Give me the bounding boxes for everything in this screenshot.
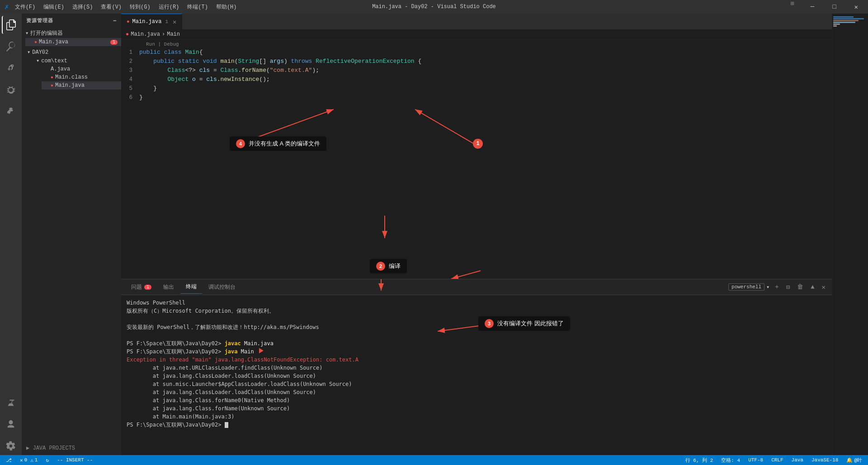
error-count: 0 (24, 457, 28, 463)
terminal[interactable]: Windows PowerShell 版权所有（C）Microsoft Corp… (121, 295, 832, 455)
search-icon[interactable] (2, 38, 20, 56)
status-line-ending[interactable]: CRLF (770, 457, 784, 463)
minimap (832, 14, 868, 455)
window-controls: ⊞ ─ □ ✕ (787, 0, 863, 14)
status-line-col[interactable]: 行 6, 列 2 (684, 457, 715, 464)
panel-tab-actions: powershell ▾ + ⊟ 🗑 ▲ ✕ (728, 282, 827, 293)
day02-section: ▾ DAY02 ▾ com\text A.java ● Main.class (22, 47, 121, 90)
source-control-icon[interactable] (2, 59, 20, 77)
menu-edit[interactable]: 编辑(E) (41, 3, 66, 11)
problems-badge: 1 (144, 285, 151, 290)
open-editors-list: ● Main.java 1 (22, 38, 121, 46)
annotation-text-2: 编译 (389, 262, 401, 270)
annotation-3: 3 没有编译文件 因此报错了 (478, 316, 570, 331)
breadcrumb-class[interactable]: Main (167, 31, 180, 38)
maximize-panel-icon[interactable]: ▲ (809, 282, 816, 292)
code-line-3: 3 Class<?> cls = Class.forName("com.text… (121, 66, 832, 75)
add-terminal-icon[interactable]: + (773, 282, 780, 292)
main-java-file[interactable]: ● Main.java (42, 81, 121, 89)
menu-help[interactable]: 帮助(H) (214, 3, 239, 11)
maximize-button[interactable]: □ (827, 0, 841, 14)
tab-problems[interactable]: 问题 1 (126, 281, 157, 294)
menu-select[interactable]: 选择(S) (70, 3, 95, 11)
status-branch[interactable]: ⎇ (5, 457, 13, 463)
selector-label[interactable]: powershell (728, 283, 764, 291)
error-dot-2: ● (51, 75, 53, 80)
open-editors-text: 打开的编辑器 (30, 29, 63, 37)
close-button[interactable]: ✕ (849, 0, 863, 14)
layout-icon[interactable]: ⊞ (787, 0, 798, 14)
status-user[interactable]: 🔔 @叶 (845, 457, 863, 464)
new-file-icon[interactable]: ⋯ (113, 18, 117, 23)
close-panel-icon[interactable]: ✕ (820, 282, 827, 293)
menu-terminal[interactable]: 终端(T) (185, 3, 210, 11)
extensions-icon[interactable] (2, 103, 20, 121)
sidebar-header-icons[interactable]: ⋯ (113, 18, 117, 23)
split-terminal-icon[interactable]: ⊟ (784, 282, 792, 293)
status-java-version[interactable]: JavaSE-18 (810, 457, 840, 463)
tab-close-button[interactable]: ✕ (173, 18, 176, 26)
term-line-2: 版权所有（C）Microsoft Corporation。保留所有权利。 (127, 307, 826, 315)
com-text-folder[interactable]: ▾ com\text (25, 56, 121, 65)
tab-main-java[interactable]: ● Main.java 1 ✕ (121, 14, 182, 29)
panel-selector[interactable]: powershell ▾ (728, 283, 769, 291)
status-right: 行 6, 列 2 空格: 4 UTF-8 CRLF Java JavaSE-18… (684, 457, 863, 464)
open-file-main-java[interactable]: ● Main.java 1 (25, 38, 121, 46)
line-content-5[interactable]: } (139, 84, 157, 93)
menu-run[interactable]: 运行(R) (156, 3, 182, 11)
line-content-3[interactable]: Class<?> cls = Class.forName("com.text.A… (139, 66, 319, 75)
settings-icon[interactable] (2, 437, 20, 455)
line-num-4: 4 (121, 75, 139, 84)
user-icon: 🔔 (846, 457, 853, 463)
menu-file[interactable]: 文件(F) (13, 3, 38, 11)
term-line-1: Windows PowerShell (127, 299, 826, 307)
open-editors-label[interactable]: ▾ 打开的编辑器 (22, 28, 121, 38)
window-title: Main.java - Day02 - Visual Studio Code (372, 4, 496, 10)
minimize-button[interactable]: ─ (805, 0, 820, 14)
status-bar: ⎇ ✕ 0 ⚠ 1 ↻ -- INSERT -- 行 6, 列 2 空格: 4 … (0, 455, 868, 465)
term-cmd-javac: PS F:\Space\互联网\Java\Day02> javac Main.j… (127, 339, 826, 348)
tab-error-icon: ● (127, 19, 130, 24)
account-icon[interactable] (2, 415, 20, 433)
explorer-icon[interactable] (2, 16, 20, 34)
menu-goto[interactable]: 转到(G) (127, 3, 153, 11)
language-text: Java (792, 457, 803, 463)
tab-label: Main.java (132, 19, 162, 25)
delete-terminal-icon[interactable]: 🗑 (795, 282, 805, 292)
status-encoding[interactable]: UTF-8 (747, 457, 764, 463)
breadcrumb-file[interactable]: Main.java (131, 31, 160, 38)
sidebar-header: 资源管理器 ⋯ (22, 14, 121, 28)
line-content-6[interactable]: } (139, 93, 143, 102)
breadcrumb-error-icon: ● (126, 31, 129, 38)
annotation-text-4: 并没有生成 A 类的编译文件 (249, 140, 320, 148)
debug-icon[interactable] (2, 81, 20, 99)
java-version-text: JavaSE-18 (811, 457, 838, 463)
term-line-5 (127, 331, 826, 339)
tab-output[interactable]: 输出 (158, 281, 179, 294)
day02-folder[interactable]: ▾ DAY02 (22, 48, 121, 56)
a-java-label: A.java (51, 66, 70, 72)
chevron-right-icon-2: ▶ (26, 445, 29, 451)
com-text-files: A.java ● Main.class ● Main.java (25, 65, 121, 89)
line-content-2[interactable]: public static void main(String[] args) t… (139, 57, 421, 66)
status-errors[interactable]: ✕ 0 ⚠ 1 (19, 457, 39, 463)
run-debug-hint[interactable]: Run | Debug (121, 42, 832, 47)
testing-icon[interactable] (2, 394, 20, 412)
error-dot-3: ● (51, 83, 53, 88)
status-sync[interactable]: ↻ (44, 457, 50, 463)
status-insert-mode: -- INSERT -- (56, 457, 94, 463)
annotation-4: 4 并没有生成 A 类的编译文件 (230, 136, 326, 151)
panel-area: 2 编译 3 没有编译文件 因此报错了 (121, 279, 832, 455)
menu-view[interactable]: 查看(V) (99, 3, 124, 11)
minimap-line-6 (833, 25, 837, 27)
status-language[interactable]: Java (790, 457, 805, 463)
line-content-4[interactable]: Object o = cls.newInstance(); (139, 75, 270, 84)
a-java-file[interactable]: A.java (42, 65, 121, 73)
main-class-file[interactable]: ● Main.class (42, 73, 121, 81)
tab-debug-console[interactable]: 调试控制台 (203, 281, 241, 294)
tab-terminal[interactable]: 终端 (180, 280, 202, 294)
status-spaces[interactable]: 空格: 4 (720, 457, 741, 464)
java-projects-section[interactable]: ▶ JAVA PROJECTS (22, 441, 121, 455)
line-content-1[interactable]: public class Main{ (139, 48, 203, 56)
panel-tab-group: 问题 1 输出 终端 调试控制台 (126, 280, 241, 294)
